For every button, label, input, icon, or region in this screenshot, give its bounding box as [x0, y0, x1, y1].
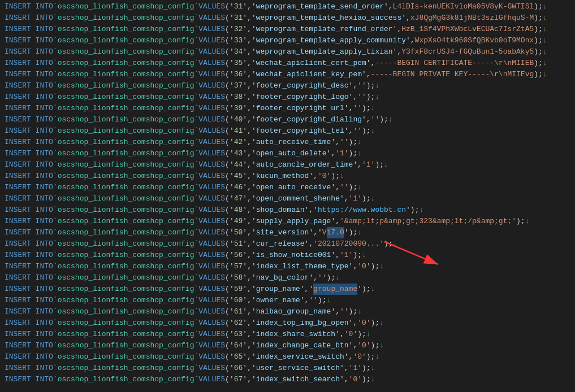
table-name: `oscshop_lionfish_comshop_config` — [53, 227, 198, 238]
row-id: 41 — [234, 125, 243, 137]
row-id: 49 — [234, 216, 243, 227]
row-id: 50 — [234, 227, 243, 238]
config-key: open_comment_shenhe — [256, 193, 340, 204]
keyword-insert: INSERT INTO — [5, 284, 53, 295]
row-id: 35 — [234, 58, 243, 69]
row-id: 66 — [234, 363, 243, 374]
config-value: '' — [340, 306, 349, 317]
keyword-insert: INSERT INTO — [5, 295, 53, 306]
keyword-insert: INSERT INTO — [5, 374, 53, 385]
row-id: 62 — [234, 317, 243, 329]
keyword-values: VALUES — [198, 227, 225, 238]
table-row: INSERT INTO `oscshop_lionfish_comshop_co… — [0, 193, 575, 204]
config-value: '0' — [357, 261, 370, 272]
table-row: INSERT INTO `oscshop_lionfish_comshop_co… — [0, 24, 575, 35]
keyword-values: VALUES — [198, 295, 225, 306]
table-name: `oscshop_lionfish_comshop_config` — [53, 351, 198, 363]
row-id: 39 — [234, 103, 243, 114]
table-name: `oscshop_lionfish_comshop_config` — [53, 329, 198, 340]
table-name: `oscshop_lionfish_comshop_config` — [53, 340, 198, 351]
table-name: `oscshop_lionfish_comshop_config` — [53, 137, 198, 148]
keyword-values: VALUES — [198, 374, 225, 385]
keyword-values: VALUES — [198, 182, 225, 193]
keyword-insert: INSERT INTO — [5, 69, 53, 80]
table-row: INSERT INTO `oscshop_lionfish_comshop_co… — [0, 58, 575, 69]
config-key: is_show_notice001 — [256, 250, 331, 261]
keyword-values: VALUES — [198, 125, 225, 137]
table-name: `oscshop_lionfish_comshop_config` — [53, 284, 198, 295]
table-row: INSERT INTO `oscshop_lionfish_comshop_co… — [0, 171, 575, 182]
keyword-insert: INSERT INTO — [5, 227, 53, 238]
config-key: weprogram_template_refund_order — [256, 24, 393, 35]
config-key: weprogram_template_hexiao_success — [256, 12, 401, 24]
code-editor: INSERT INTO `oscshop_lionfish_comshop_co… — [0, 0, 575, 392]
row-id: 51 — [234, 238, 243, 250]
keyword-insert: INSERT INTO — [5, 351, 53, 363]
config-key: group_name — [256, 284, 300, 295]
config-value: '' — [353, 125, 362, 137]
config-key: auto_cancle_order_time — [256, 159, 353, 171]
table-row: INSERT INTO `oscshop_lionfish_comshop_co… — [0, 1, 575, 12]
keyword-insert: INSERT INTO — [5, 125, 53, 137]
table-row: INSERT INTO `oscshop_lionfish_comshop_co… — [0, 272, 575, 284]
selected-value: group_name — [313, 284, 357, 295]
keyword-insert: INSERT INTO — [5, 363, 53, 374]
config-value: '' — [357, 92, 366, 103]
keyword-insert: INSERT INTO — [5, 114, 53, 125]
table-name: `oscshop_lionfish_comshop_config` — [53, 250, 198, 261]
config-value: '&amp;lt;p&amp;gt;323&amp;lt;/p&amp;gt;' — [340, 216, 516, 227]
config-key: index_share_switch — [256, 329, 335, 340]
table-name: `oscshop_lionfish_comshop_config` — [53, 182, 198, 193]
config-key: footer_copyright_dialing — [256, 114, 362, 125]
table-row: INSERT INTO `oscshop_lionfish_comshop_co… — [0, 340, 575, 351]
table-name: `oscshop_lionfish_comshop_config` — [53, 159, 198, 171]
row-id: 44 — [234, 159, 243, 171]
row-id: 32 — [234, 24, 243, 35]
keyword-insert: INSERT INTO — [5, 148, 53, 159]
keyword-insert: INSERT INTO — [5, 46, 53, 58]
keyword-insert: INSERT INTO — [5, 35, 53, 46]
row-id: 43 — [234, 148, 243, 159]
keyword-values: VALUES — [198, 250, 225, 261]
keyword-values: VALUES — [198, 193, 225, 204]
row-id: 40 — [234, 114, 243, 125]
config-value: '' — [371, 114, 380, 125]
row-id: 58 — [234, 272, 243, 284]
keyword-insert: INSERT INTO — [5, 216, 53, 227]
config-value: L4lDIs-kenUEKIvloMa05V8yK-GWTISl — [393, 1, 534, 12]
row-id: 56 — [234, 250, 243, 261]
table-row: INSERT INTO `oscshop_lionfish_comshop_co… — [0, 114, 575, 125]
table-name: `oscshop_lionfish_comshop_config` — [53, 103, 198, 114]
config-value: WxpXsO4tk960SfQBKvb0oT9MOnx — [415, 35, 534, 46]
row-id: 42 — [234, 137, 243, 148]
table-row: INSERT INTO `oscshop_lionfish_comshop_co… — [0, 148, 575, 159]
table-name: `oscshop_lionfish_comshop_config` — [53, 46, 198, 58]
config-key: footer_copyright_logo — [256, 92, 349, 103]
config-value: '20210720090...' — [313, 238, 384, 250]
table-name: `oscshop_lionfish_comshop_config` — [53, 69, 198, 80]
table-row: INSERT INTO `oscshop_lionfish_comshop_co… — [0, 329, 575, 340]
config-key: supply_apply_page — [256, 216, 331, 227]
table-name: `oscshop_lionfish_comshop_config` — [53, 374, 198, 385]
config-value: '0' — [318, 171, 331, 182]
keyword-insert: INSERT INTO — [5, 24, 53, 35]
row-id: 65 — [234, 351, 243, 363]
table-name: `oscshop_lionfish_comshop_config` — [53, 295, 198, 306]
row-id: 37 — [234, 80, 243, 92]
keyword-insert: INSERT INTO — [5, 137, 53, 148]
config-key: nav_bg_color — [256, 272, 309, 284]
config-key: user_service_switch — [256, 363, 340, 374]
table-name: `oscshop_lionfish_comshop_config` — [53, 148, 198, 159]
config-key: index_switch_search — [256, 374, 340, 385]
row-id: 36 — [234, 69, 243, 80]
config-value: '' — [353, 103, 362, 114]
config-value: -----BEGIN CERTIFICATE-----\r\nMIIEB — [375, 58, 534, 69]
table-row: INSERT INTO `oscshop_lionfish_comshop_co… — [0, 238, 575, 250]
keyword-insert: INSERT INTO — [5, 238, 53, 250]
keyword-insert: INSERT INTO — [5, 250, 53, 261]
row-id: 47 — [234, 193, 243, 204]
config-value: '0' — [353, 351, 366, 363]
config-key: wechat_apiclient_key_pem — [256, 69, 362, 80]
table-row: INSERT INTO `oscshop_lionfish_comshop_co… — [0, 351, 575, 363]
table-row: INSERT INTO `oscshop_lionfish_comshop_co… — [0, 137, 575, 148]
